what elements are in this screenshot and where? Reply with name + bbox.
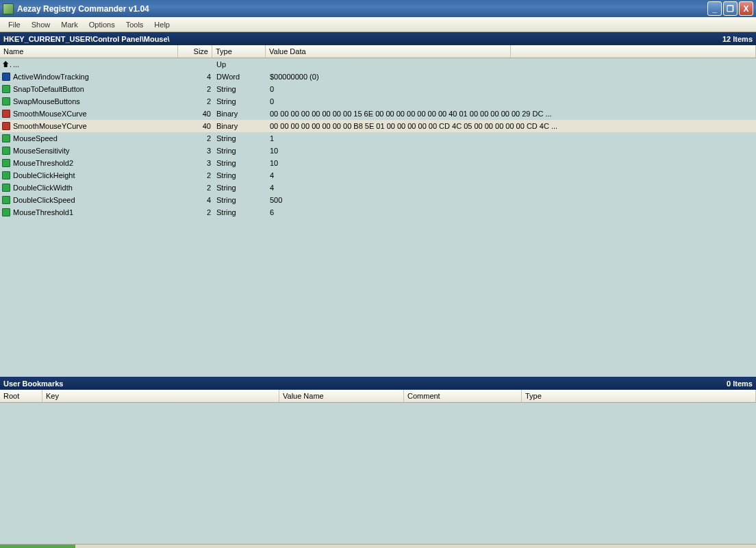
row-name: SnapToDefaultButton <box>13 85 181 93</box>
col-header-name[interactable]: Name <box>0 45 178 58</box>
bookmarks-title: User Bookmarks <box>3 379 63 388</box>
row-type: String <box>215 97 268 105</box>
registry-row[interactable]: DoubleClickHeight2String4 <box>0 169 756 182</box>
bm-col-key[interactable]: Key <box>42 390 279 402</box>
col-header-type[interactable]: Type <box>212 45 266 58</box>
string-value-icon <box>2 184 10 192</box>
row-size: 2 <box>181 184 215 192</box>
app-icon <box>3 3 14 14</box>
row-size: 3 <box>181 147 215 155</box>
row-name: MouseSpeed <box>13 134 181 142</box>
row-type: String <box>215 196 268 204</box>
item-count: 12 Items <box>722 35 753 43</box>
maximize-button[interactable]: ❐ <box>723 1 738 16</box>
row-value: 500 <box>268 196 577 204</box>
registry-row[interactable]: SnapToDefaultButton2String0 <box>0 83 756 95</box>
row-type: String <box>215 171 268 179</box>
registry-path: HKEY_CURRENT_USER\Control Panel\Mouse\ <box>3 35 170 43</box>
registry-row[interactable]: 🡅....Up <box>0 58 756 71</box>
string-value-icon <box>2 159 10 167</box>
row-size: 2 <box>181 134 215 142</box>
row-value: 1 <box>268 134 577 142</box>
bookmarks-list[interactable] <box>0 403 756 544</box>
registry-row[interactable]: SmoothMouseXCurve40Binary00 00 00 00 00 … <box>0 108 756 120</box>
row-value: 10 <box>268 159 577 167</box>
row-value: 4 <box>268 171 577 179</box>
row-value: $00000000 (0) <box>268 73 577 81</box>
bookmarks-count: 0 Items <box>727 379 753 388</box>
registry-row[interactable]: DoubleClickSpeed4String500 <box>0 194 756 206</box>
bm-col-vname[interactable]: Value Name <box>279 390 404 402</box>
string-value-icon <box>2 134 10 142</box>
menu-help[interactable]: Help <box>149 18 175 31</box>
registry-row[interactable]: MouseThreshold23String10 <box>0 157 756 169</box>
registry-row[interactable]: SwapMouseButtons2String0 <box>0 95 756 108</box>
minimize-button[interactable]: _ <box>707 1 722 16</box>
col-header-size[interactable]: Size <box>178 45 212 58</box>
dword-value-icon <box>2 73 10 81</box>
row-name: MouseThreshold1 <box>13 208 181 216</box>
row-name: ActiveWindowTracking <box>13 73 181 81</box>
row-value: 4 <box>268 184 577 192</box>
binary-value-icon <box>2 110 10 118</box>
registry-list[interactable]: 🡅....UpActiveWindowTracking4DWord$000000… <box>0 58 756 377</box>
row-type: Up <box>215 60 268 68</box>
row-type: String <box>215 134 268 142</box>
menu-mark[interactable]: Mark <box>55 18 83 31</box>
statusbar <box>0 544 756 548</box>
registry-row[interactable]: MouseThreshold12String6 <box>0 206 756 219</box>
row-name: DoubleClickHeight <box>13 171 181 179</box>
string-value-icon <box>2 97 10 105</box>
close-button[interactable]: X <box>739 1 753 16</box>
row-type: String <box>215 147 268 155</box>
row-size: 40 <box>181 110 215 118</box>
menu-tools[interactable]: Tools <box>121 18 149 31</box>
row-size: 2 <box>181 85 215 93</box>
row-size: 2 <box>181 97 215 105</box>
row-size: 4 <box>181 73 215 81</box>
row-type: DWord <box>215 73 268 81</box>
row-type: String <box>215 159 268 167</box>
bookmarks-columns: Root Key Value Name Comment Type <box>0 390 756 403</box>
binary-value-icon <box>2 122 10 130</box>
menu-file[interactable]: File <box>3 18 26 31</box>
row-name: DoubleClickWidth <box>13 184 181 192</box>
bookmarks-bar: User Bookmarks 0 Items <box>0 377 756 390</box>
row-value: 00 00 00 00 00 00 00 00 15 6E 00 00 00 0… <box>268 110 577 118</box>
row-value: 0 <box>268 85 577 93</box>
path-bar: HKEY_CURRENT_USER\Control Panel\Mouse\ 1… <box>0 32 756 45</box>
string-value-icon <box>2 208 10 216</box>
menubar: File Show Mark Options Tools Help <box>0 17 756 32</box>
registry-row[interactable]: MouseSpeed2String1 <box>0 132 756 145</box>
row-type: String <box>215 85 268 93</box>
registry-row[interactable]: ActiveWindowTracking4DWord$00000000 (0) <box>0 71 756 83</box>
registry-row[interactable]: SmoothMouseYCurve40Binary00 00 00 00 00 … <box>0 120 756 132</box>
row-value: 0 <box>268 97 577 105</box>
col-header-spacer <box>511 45 756 58</box>
string-value-icon <box>2 171 10 179</box>
registry-row[interactable]: MouseSensitivity3String10 <box>0 145 756 157</box>
titlebar: Aezay Registry Commander v1.04 _ ❐ X <box>0 0 756 17</box>
registry-row[interactable]: DoubleClickWidth2String4 <box>0 182 756 194</box>
col-header-value[interactable]: Value Data <box>266 45 511 58</box>
row-name: SwapMouseButtons <box>13 97 181 105</box>
row-type: Binary <box>215 110 268 118</box>
menu-options[interactable]: Options <box>84 18 121 31</box>
row-value: 10 <box>268 147 577 155</box>
row-type: String <box>215 184 268 192</box>
string-value-icon <box>2 85 10 93</box>
row-size: 2 <box>181 171 215 179</box>
row-value: 6 <box>268 208 577 216</box>
row-type: String <box>215 208 268 216</box>
window-title: Aezay Registry Commander v1.04 <box>17 4 707 14</box>
up-folder-icon: 🡅. <box>2 60 13 68</box>
row-name: MouseThreshold2 <box>13 159 181 167</box>
bm-col-root[interactable]: Root <box>0 390 42 402</box>
row-size: 2 <box>181 208 215 216</box>
menu-show[interactable]: Show <box>26 18 56 31</box>
bm-col-type[interactable]: Type <box>522 390 756 402</box>
row-name: SmoothMouseXCurve <box>13 110 181 118</box>
row-name: SmoothMouseYCurve <box>13 122 181 130</box>
bm-col-comment[interactable]: Comment <box>404 390 522 402</box>
row-name: MouseSensitivity <box>13 147 181 155</box>
